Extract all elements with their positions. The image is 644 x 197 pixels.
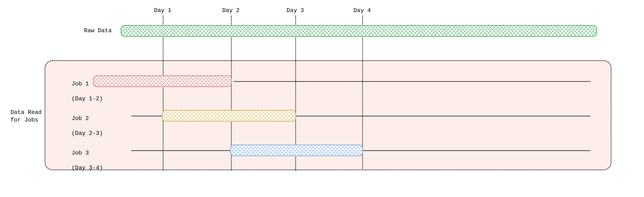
job-1-range: (Day 1-2) — [72, 96, 103, 102]
day-4-label: Day 4 — [353, 7, 371, 14]
crosshatch-icon — [94, 76, 231, 86]
svg-rect-3 — [94, 76, 231, 86]
job-3-bar — [230, 145, 363, 156]
job-3-name: Job 3 — [72, 150, 89, 156]
job-1-name: Job 1 — [72, 81, 89, 87]
raw-data-bar — [121, 25, 597, 37]
day-3-label: Day 3 — [287, 7, 304, 14]
job-3-label: Job 3 (Day 3-4) — [58, 142, 103, 179]
job-2-bar — [162, 110, 296, 122]
group-title: Data Read for Jobs — [10, 109, 42, 124]
svg-rect-5 — [162, 111, 295, 121]
diagram-canvas: Day 1 Day 2 Day 3 Day 4 Raw Data Data Re… — [0, 0, 644, 197]
job-2-range: (Day 2-3) — [72, 130, 103, 137]
svg-rect-1 — [121, 26, 597, 36]
crosshatch-icon — [231, 145, 362, 156]
job-1-bar — [93, 75, 232, 87]
day-1-line — [163, 16, 163, 170]
job-2-label: Job 2 (Day 2-3) — [58, 107, 103, 145]
job-3-range: (Day 3-4) — [72, 165, 103, 171]
day-1-label: Day 1 — [154, 7, 171, 14]
crosshatch-icon — [162, 111, 295, 121]
raw-data-label: Raw Data — [84, 27, 112, 35]
day-2-label: Day 2 — [222, 7, 240, 14]
job-1-rawline — [234, 81, 590, 82]
svg-rect-7 — [231, 145, 362, 156]
job-2-name: Job 2 — [72, 115, 89, 122]
crosshatch-icon — [121, 26, 597, 36]
